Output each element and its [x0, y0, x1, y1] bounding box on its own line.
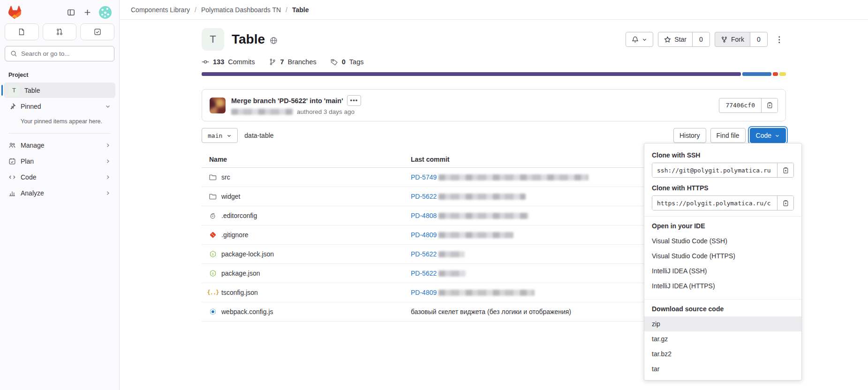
- dropdown-item-intellij-idea-https-[interactable]: IntelliJ IDEA (HTTPS): [644, 278, 801, 293]
- chevron-right-icon: [105, 142, 111, 148]
- sidebar: Search or go to... Project T Table Pinne…: [0, 0, 120, 390]
- copy-hash-button[interactable]: [761, 98, 777, 112]
- file-name-link[interactable]: webpack.config.js: [221, 308, 273, 315]
- plus-icon[interactable]: [83, 8, 92, 17]
- tags-stat[interactable]: 0 Tags: [331, 58, 364, 66]
- download-items: ziptar.gztar.bz2tar: [644, 316, 801, 376]
- language-segment: [202, 72, 741, 76]
- commit-link[interactable]: PD-4809: [411, 231, 437, 239]
- commit-icon: [202, 58, 209, 66]
- stat-value: 7: [280, 58, 284, 66]
- file-name-link[interactable]: .gitignore: [221, 231, 249, 239]
- gitlab-logo[interactable]: [8, 6, 22, 19]
- dropdown-item-visual-studio-code-ssh-[interactable]: Visual Studio Code (SSH): [644, 233, 801, 248]
- sidebar-item-pinned[interactable]: Pinned: [4, 98, 115, 114]
- commit-link[interactable]: PD-5622: [411, 193, 437, 200]
- commit-expander-button[interactable]: •••: [347, 95, 362, 106]
- file-name-link[interactable]: .editorconfig: [221, 212, 257, 219]
- ide-section-label: Open in your IDE: [652, 222, 794, 230]
- code-button[interactable]: Code: [750, 128, 786, 143]
- commit-message-link[interactable]: базовый скелет виджета (без логики и ото…: [411, 308, 571, 315]
- project-header: T Table Star 0: [202, 28, 786, 51]
- dropdown-item-tar-bz2[interactable]: tar.bz2: [644, 346, 801, 361]
- commit-link[interactable]: PD-4808: [411, 212, 437, 219]
- issues-shortcut-button[interactable]: [5, 23, 39, 40]
- sidebar-item-project-table[interactable]: T Table: [4, 82, 115, 98]
- dropdown-item-tar[interactable]: tar: [644, 361, 801, 376]
- clone-ssh-input[interactable]: [652, 163, 777, 177]
- sidebar-item-manage[interactable]: Manage: [4, 137, 115, 153]
- breadcrumb-item[interactable]: Components Library: [131, 6, 190, 14]
- notifications-button[interactable]: [626, 32, 653, 47]
- project-stats: 133 Commits 7 Branches 0 Tags: [202, 58, 786, 66]
- column-header-name: Name: [202, 151, 403, 168]
- copy-ssh-button[interactable]: [777, 163, 793, 177]
- history-button[interactable]: History: [673, 128, 706, 143]
- editorconfig-icon: [209, 212, 217, 219]
- clone-ssh-group: [652, 163, 794, 178]
- fork-count[interactable]: 0: [750, 32, 768, 47]
- branch-selector[interactable]: main: [202, 128, 238, 143]
- file-name-link[interactable]: package.json: [221, 270, 260, 277]
- sidebar-item-analyze[interactable]: Analyze: [4, 185, 115, 201]
- dropdown-item-visual-studio-code-https-[interactable]: Visual Studio Code (HTTPS): [644, 248, 801, 263]
- project-mini-avatar: T: [8, 85, 20, 96]
- sidebar-shortcuts: [0, 23, 119, 46]
- sidebar-item-label: Code: [21, 173, 36, 181]
- main-content: Components Library / Polymatica Dashboar…: [120, 0, 868, 390]
- copy-https-button[interactable]: [777, 196, 793, 210]
- breadcrumb-item[interactable]: Polymatica Dashboards TN: [201, 6, 281, 14]
- branches-stat[interactable]: 7 Branches: [269, 58, 316, 66]
- sidebar-item-label: Table: [24, 87, 40, 94]
- language-segment: [742, 72, 771, 76]
- breadcrumb-item-current[interactable]: Table: [292, 6, 309, 14]
- chevron-down-icon: [642, 37, 647, 42]
- star-count[interactable]: 0: [692, 32, 710, 47]
- commit-authored-text: authored 3 days ago: [297, 108, 355, 115]
- file-name-link[interactable]: src: [221, 173, 230, 181]
- dropdown-item-intellij-idea-ssh-[interactable]: IntelliJ IDEA (SSH): [644, 263, 801, 278]
- chevron-right-icon: [105, 190, 111, 196]
- sidebar-item-code[interactable]: Code: [4, 169, 115, 185]
- sidebar-item-plan[interactable]: Plan: [4, 153, 115, 169]
- clipboard-icon: [782, 167, 789, 174]
- tag-icon: [331, 58, 338, 66]
- star-button[interactable]: Star: [658, 32, 693, 47]
- branch-icon: [269, 58, 276, 66]
- file-name-link[interactable]: widget: [221, 193, 240, 200]
- file-name-link[interactable]: tsconfig.json: [221, 289, 258, 296]
- commit-link[interactable]: PD-4809: [411, 289, 437, 296]
- commits-stat[interactable]: 133 Commits: [202, 58, 255, 66]
- sidebar-toggle-icon[interactable]: [66, 8, 76, 17]
- todo-shortcut-button[interactable]: [80, 23, 114, 40]
- commit-message-link[interactable]: Merge branch 'PD-5622' into 'main': [231, 97, 343, 105]
- repo-path[interactable]: data-table: [244, 132, 273, 139]
- nodejs-icon: [209, 270, 217, 277]
- commit-link[interactable]: PD-5622: [411, 250, 437, 258]
- commit-link[interactable]: PD-5622: [411, 270, 437, 277]
- commit-link[interactable]: PD-5749: [411, 173, 437, 181]
- star-button-group: Star 0: [658, 32, 710, 47]
- language-segment: [779, 72, 786, 76]
- language-bar[interactable]: [202, 72, 786, 76]
- redacted-commit-text: [438, 213, 528, 219]
- globe-icon: [270, 37, 278, 45]
- code-icon: [8, 173, 16, 181]
- kebab-menu-icon[interactable]: ⋮: [772, 34, 786, 45]
- fork-button[interactable]: Fork: [715, 32, 750, 47]
- merge-requests-shortcut-button[interactable]: [43, 23, 77, 40]
- clone-https-input[interactable]: [652, 196, 777, 210]
- folder-icon: [209, 173, 217, 181]
- search-input[interactable]: Search or go to...: [5, 46, 114, 61]
- dropdown-item-zip[interactable]: zip: [644, 316, 801, 331]
- user-avatar[interactable]: [99, 6, 112, 19]
- clone-https-label: Clone with HTTPS: [652, 184, 794, 192]
- fork-icon: [721, 36, 728, 43]
- project-avatar: T: [202, 28, 224, 51]
- find-file-button[interactable]: Find file: [710, 128, 746, 143]
- redacted-commit-text: [438, 251, 465, 257]
- dropdown-item-tar-gz[interactable]: tar.gz: [644, 331, 801, 346]
- search-placeholder: Search or go to...: [21, 50, 70, 57]
- file-name-link[interactable]: package-lock.json: [221, 250, 274, 258]
- breadcrumb: Components Library / Polymatica Dashboar…: [120, 0, 868, 20]
